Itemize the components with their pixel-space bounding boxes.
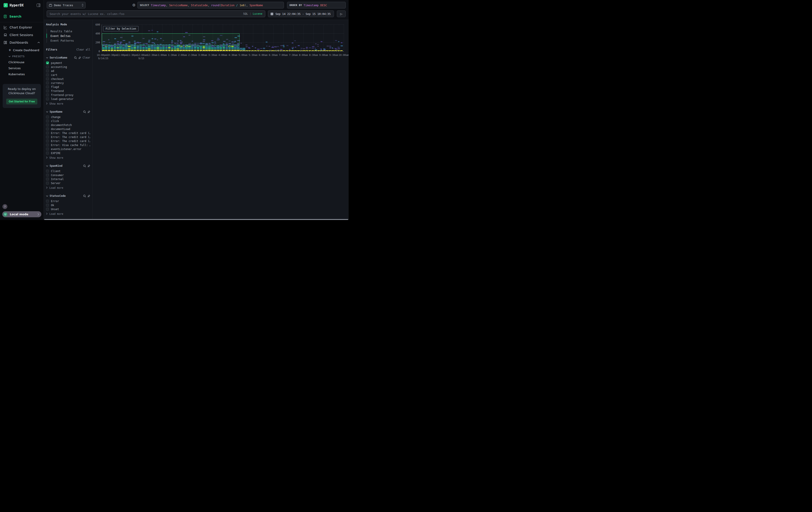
analysis-mode-results-table[interactable]: Results Table — [47, 29, 90, 33]
checkbox[interactable] — [46, 136, 49, 138]
filter-option-client[interactable]: Client — [46, 170, 90, 172]
show-more-link[interactable]: Show more — [46, 102, 90, 105]
filter-option-change[interactable]: change — [46, 115, 90, 118]
checkbox[interactable] — [46, 124, 49, 127]
preset-link-clickhouse[interactable]: ClickHouse — [8, 59, 44, 65]
checkbox[interactable] — [46, 182, 49, 185]
pin-icon[interactable] — [78, 56, 81, 59]
filter-option-documentfetch[interactable]: documentFetch — [46, 124, 90, 127]
checkbox[interactable] — [46, 200, 49, 203]
show-more-link[interactable]: Show more — [46, 156, 90, 159]
date-range-picker[interactable]: Sep 14 22:04:35 - Sep 15 10:04:35 — [268, 10, 334, 17]
checkbox[interactable] — [46, 147, 49, 151]
checkbox[interactable] — [46, 78, 49, 80]
filter-option-eventlistener-error[interactable]: eventListener.error — [46, 147, 90, 151]
search-icon[interactable] — [83, 110, 86, 113]
filter-group-header-servicename[interactable]: ServiceNameClear — [46, 56, 90, 59]
checkbox[interactable] — [46, 132, 49, 134]
checkbox[interactable] — [46, 152, 49, 155]
show-more-link[interactable]: Load more — [46, 212, 90, 215]
filter-group-header-spanname[interactable]: SpanName — [46, 110, 90, 113]
filter-by-selection-button[interactable]: Filter by Selection — [103, 26, 139, 31]
checkbox[interactable] — [46, 93, 49, 97]
checkbox[interactable] — [46, 173, 49, 177]
preset-link-services[interactable]: Services — [8, 65, 44, 71]
sidebar-item-dashboards[interactable]: Dashboards — [0, 39, 44, 46]
presets-toggle[interactable]: PRESETS — [8, 54, 44, 59]
filter-option-checkout[interactable]: checkout — [46, 78, 90, 80]
orderby-input[interactable]: ORDER BY Timestamp DESC — [287, 2, 346, 8]
checkbox[interactable] — [46, 178, 49, 181]
filter-option-error-visa-cache-full-[interactable]: Error: Visa cache full: … — [46, 143, 90, 146]
filter-group-header-statuscode[interactable]: StatusCode — [46, 194, 90, 197]
sidebar-item-client-sessions[interactable]: Client Sessions — [0, 31, 44, 39]
checkbox[interactable] — [46, 208, 49, 211]
checkbox[interactable] — [46, 65, 49, 68]
run-query-button[interactable]: ▷ — [337, 10, 346, 17]
filter-option-consumer[interactable]: Consumer — [46, 173, 90, 177]
filter-option-payment[interactable]: payment — [46, 61, 90, 64]
checkbox[interactable] — [46, 89, 49, 92]
search-icon[interactable] — [83, 164, 86, 167]
search-icon[interactable] — [74, 56, 77, 59]
checkbox[interactable] — [46, 70, 49, 72]
clear-filter-button[interactable]: Clear — [83, 56, 90, 59]
preset-link-kubernetes[interactable]: Kubernetes — [8, 71, 44, 77]
clear-all-button[interactable]: Clear all — [77, 48, 90, 51]
filter-group-header-spankind[interactable]: SpanKind — [46, 164, 90, 167]
local-mode-button[interactable]: U Local mode — [2, 211, 41, 217]
filter-option-ok[interactable]: Ok — [46, 204, 90, 207]
filter-option-load-generator[interactable]: load-generator — [46, 98, 90, 100]
lucene-toggle[interactable]: Lucene — [253, 12, 262, 16]
filter-option-cart[interactable]: cart — [46, 74, 90, 76]
checkbox[interactable] — [46, 81, 49, 84]
get-started-button[interactable]: Get Started for Free — [6, 99, 37, 104]
selection-rectangle[interactable] — [102, 33, 239, 46]
filter-option-server[interactable]: Server — [46, 182, 90, 185]
sidebar-collapse-icon[interactable] — [37, 4, 40, 7]
sidebar-item-chart-explorer[interactable]: Chart Explorer — [0, 24, 44, 31]
filter-option-currency[interactable]: currency — [46, 81, 90, 84]
sql-toggle[interactable]: SQL — [243, 12, 248, 16]
filter-option-error[interactable]: Error — [46, 200, 90, 203]
checkbox[interactable] — [46, 140, 49, 142]
sidebar-item-search[interactable]: Search — [0, 13, 44, 20]
checkbox[interactable] — [46, 204, 49, 207]
help-button[interactable]: ? — [2, 204, 7, 209]
filter-option-click[interactable]: click — [46, 119, 90, 123]
pin-icon[interactable] — [87, 110, 90, 113]
pin-icon[interactable] — [87, 194, 90, 197]
checkbox[interactable] — [46, 170, 49, 172]
filter-option-ad[interactable]: ad — [46, 70, 90, 72]
analysis-mode-event-deltas[interactable]: Event Deltas — [47, 33, 90, 38]
select-query-input[interactable]: SELECT Timestamp, ServiceName, StatusCod… — [137, 2, 284, 8]
checkbox[interactable] — [46, 98, 49, 100]
checkbox[interactable] — [46, 119, 49, 123]
checkbox[interactable] — [46, 128, 49, 131]
gear-icon[interactable]: ⚙ — [132, 3, 136, 7]
search-icon[interactable] — [83, 194, 86, 197]
filter-option-accounting[interactable]: accounting — [46, 65, 90, 68]
checkbox[interactable] — [46, 143, 49, 146]
source-select[interactable]: Demo Traces — [47, 2, 86, 8]
filter-option-flagd[interactable]: flagd — [46, 85, 90, 88]
create-dashboard-button[interactable]: + Create Dashboard — [8, 46, 44, 54]
analysis-mode-event-patterns[interactable]: Event Patterns — [47, 38, 90, 43]
checkbox-checked[interactable] — [46, 61, 49, 64]
filter-option-error-the-credit-card-[interactable]: Error: The credit card (… — [46, 136, 90, 138]
filter-option-error-the-credit-card-[interactable]: Error: The credit card (… — [46, 132, 90, 134]
pin-icon[interactable] — [87, 164, 90, 167]
show-more-link[interactable]: Load more — [46, 186, 90, 189]
filter-option-documentload[interactable]: documentLoad — [46, 128, 90, 131]
search-input[interactable]: Search your events w/ Lucene ex. column:… — [47, 10, 265, 17]
filter-option-error-the-credit-card-[interactable]: Error: The credit card (… — [46, 140, 90, 142]
filter-option-internal[interactable]: Internal — [46, 178, 90, 181]
filter-option-expire[interactable]: EXPIRE — [46, 152, 90, 155]
checkbox[interactable] — [46, 74, 49, 76]
checkbox[interactable] — [46, 85, 49, 88]
filter-option-unset[interactable]: Unset — [46, 208, 90, 211]
scrollbar-thumb[interactable] — [44, 219, 348, 220]
duration-heatmap-chart[interactable]: 600400200010:00pm10:30pm11:00pm11:30pm12… — [93, 20, 349, 220]
filter-option-frontend-proxy[interactable]: frontend-proxy — [46, 93, 90, 97]
checkbox[interactable] — [46, 115, 49, 118]
